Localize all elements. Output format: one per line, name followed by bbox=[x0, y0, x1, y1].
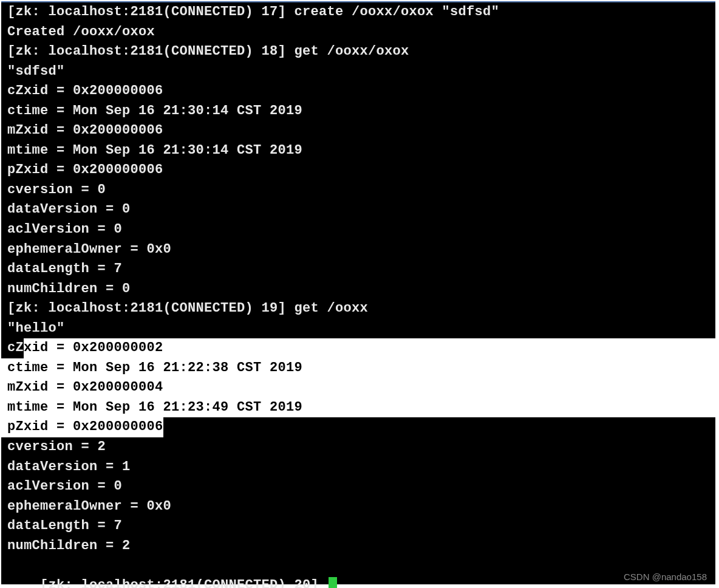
node2-pzxid: pZxid = 0x200000006 bbox=[1, 417, 715, 437]
watermark-text: CSDN @nandao158 bbox=[624, 572, 707, 582]
node2-numchildren: numChildren = 2 bbox=[1, 536, 715, 556]
node2-data: "hello" bbox=[1, 319, 715, 339]
node2-ephemeralowner: ephemeralOwner = 0x0 bbox=[1, 497, 715, 517]
node1-dataversion: dataVersion = 0 bbox=[1, 200, 715, 220]
node1-datalength: dataLength = 7 bbox=[1, 259, 715, 279]
prompt-20-text: [zk: localhost:2181(CONNECTED) 20] bbox=[40, 578, 327, 588]
prompt-line-19: [zk: localhost:2181(CONNECTED) 19] get /… bbox=[1, 299, 715, 319]
prompt-line-18: [zk: localhost:2181(CONNECTED) 18] get /… bbox=[1, 42, 715, 62]
node1-czxid: cZxid = 0x200000006 bbox=[1, 81, 715, 101]
node1-mzxid: mZxid = 0x200000006 bbox=[1, 121, 715, 141]
output-created: Created /ooxx/oxox bbox=[1, 22, 715, 43]
node1-ephemeralowner: ephemeralOwner = 0x0 bbox=[1, 240, 715, 260]
node1-mtime: mtime = Mon Sep 16 21:30:14 CST 2019 bbox=[1, 141, 715, 161]
node1-aclversion: aclVersion = 0 bbox=[1, 220, 715, 240]
node1-data: "sdfsd" bbox=[1, 62, 715, 82]
node2-cversion: cversion = 2 bbox=[1, 437, 715, 457]
node2-aclversion: aclVersion = 0 bbox=[1, 477, 715, 497]
prompt-line-17: [zk: localhost:2181(CONNECTED) 17] creat… bbox=[1, 2, 715, 22]
node2-mtime: mtime = Mon Sep 16 21:23:49 CST 2019 bbox=[1, 398, 715, 418]
node1-numchildren: numChildren = 0 bbox=[1, 279, 715, 299]
node1-ctime: ctime = Mon Sep 16 21:30:14 CST 2019 bbox=[1, 101, 715, 121]
node2-czxid: cZxid = 0x200000002 bbox=[1, 338, 715, 358]
node2-datalength: dataLength = 7 bbox=[1, 516, 715, 536]
cursor-icon bbox=[329, 577, 337, 588]
node2-mzxid: mZxid = 0x200000004 bbox=[1, 378, 715, 398]
node1-cversion: cversion = 0 bbox=[1, 180, 715, 200]
node2-dataversion: dataVersion = 1 bbox=[1, 457, 715, 477]
node2-pzxid-text: pZxid = 0x200000006 bbox=[1, 417, 163, 437]
node2-ctime: ctime = Mon Sep 16 21:22:38 CST 2019 bbox=[1, 358, 715, 378]
node1-pzxid: pZxid = 0x200000006 bbox=[1, 160, 715, 180]
node2-czxid-prefix: cZ bbox=[1, 338, 24, 358]
node2-czxid-rest: xid = 0x200000002 bbox=[24, 338, 163, 358]
prompt-line-20[interactable]: [zk: localhost:2181(CONNECTED) 20] bbox=[1, 556, 715, 588]
terminal-window[interactable]: [zk: localhost:2181(CONNECTED) 17] creat… bbox=[1, 1, 715, 584]
selection-fill bbox=[163, 338, 715, 358]
